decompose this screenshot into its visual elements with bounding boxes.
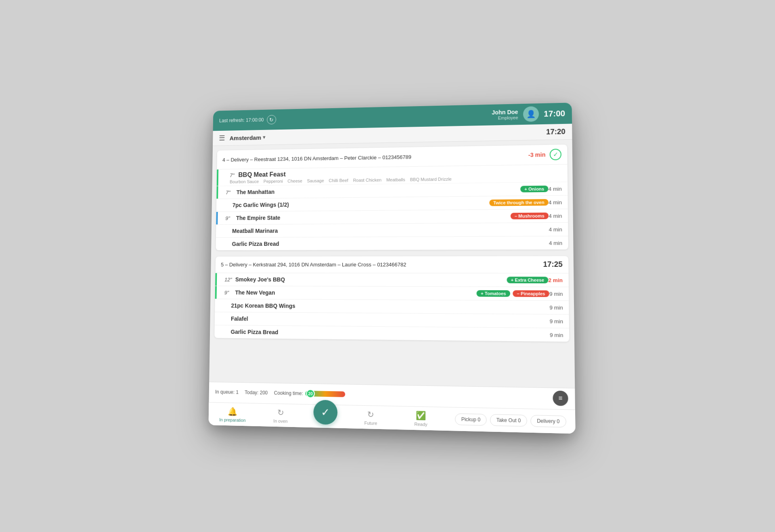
item-time: 4 min (549, 199, 562, 205)
oven-icon: ↻ (277, 407, 284, 417)
delivery-button[interactable]: Delivery 0 (530, 415, 566, 427)
main-content: 4 – Delivery – Reestraat 1234, 1016 DN A… (209, 139, 575, 387)
indicator (216, 186, 218, 199)
hamburger-icon[interactable]: ☰ (219, 134, 225, 142)
item-time: 4 min (549, 212, 562, 218)
order-description-2: 5 – Delivery – Kerkstraat 294, 1016 DN A… (221, 261, 406, 267)
tab-in-oven-label: In oven (273, 418, 287, 423)
tag-add-onions: + Onions (520, 185, 549, 192)
item-name: Garlic Pizza Bread (231, 329, 550, 338)
device-frame: Last refresh: 17:00:00 ↻ John Doe Employ… (209, 103, 576, 434)
order-item-row-garlic-bread: Garlic Pizza Bread 4 min (216, 236, 568, 250)
tab-future[interactable]: ↻ Future (354, 409, 387, 425)
cooking-bar-badge: 20 (306, 389, 315, 398)
item-tags: Twice through the oven (489, 199, 549, 206)
item-tags: + Onions (520, 185, 549, 192)
topping-6: Meatballs (386, 177, 405, 182)
avatar: 👤 (523, 106, 539, 122)
tab-in-preparation[interactable]: 🔔 In preparation (217, 406, 248, 423)
indicator-blue (216, 212, 218, 224)
user-name: John Doe (492, 109, 518, 115)
order-item-korean: 21pc Korean BBQ Wings 9 min (215, 299, 569, 314)
cooking-time-container: Cooking time: 20 (274, 390, 346, 397)
item-name: 21pc Korean BBQ Wings (231, 302, 549, 311)
item-size: 12" (224, 276, 235, 282)
item-name: The Manhattan (237, 186, 517, 195)
order-item-row-meatball: Meatball Marinara 4 min (216, 222, 568, 237)
topping-7: BBQ Mustard Drizzle (410, 176, 452, 182)
order-item-row-empire: 9" The Empire State – Mushrooms 4 min (216, 209, 568, 225)
item-inner: Garlic Pizza Bread 4 min (221, 239, 562, 247)
tab-in-preparation-label: In preparation (219, 417, 246, 422)
tab-ready[interactable]: ✅ Ready (404, 410, 438, 427)
complete-center-button[interactable]: ✓ (313, 400, 337, 425)
tab-future-label: Future (364, 420, 377, 425)
order-item-vegan: 9" The New Vegan + Tomatoes – Pineapples… (215, 286, 569, 301)
order-right-2: 17:25 (543, 260, 562, 269)
takeout-button[interactable]: Take Out 0 (490, 414, 527, 426)
pizza-name: BBQ Meat Feast (238, 171, 285, 178)
item-name: Smokey Joe's BBQ (235, 276, 503, 283)
item-inner: 7pc Garlic Wings (1/2) Twice through the… (222, 199, 562, 208)
complete-order-button-1[interactable]: ✓ (550, 149, 561, 160)
tag-note: Twice through the oven (489, 199, 549, 206)
tab-in-oven[interactable]: ↻ In oven (265, 407, 297, 423)
pizza-main-content: 7" BBQ Meat Feast Bourbon Sauce Pepperon… (222, 167, 561, 184)
top-time: 17:00 (544, 109, 565, 118)
topping-4: Chilli Beef (329, 178, 348, 182)
item-size: 9" (225, 215, 236, 221)
item-name: Garlic Pizza Bread (232, 239, 549, 247)
item-time: 4 min (549, 226, 562, 232)
indicator (215, 273, 217, 285)
tag-tomatoes: + Tomatoes (477, 290, 510, 297)
item-size: 7" (226, 189, 237, 195)
topping-3: Sausage (307, 178, 324, 183)
item-inner: 9" The New Vegan + Tomatoes – Pineapples… (220, 289, 563, 297)
item-inner: Falafel 9 min (220, 315, 563, 325)
location-selector[interactable]: Amsterdam ▾ (230, 134, 265, 141)
user-role: Employee (492, 115, 518, 120)
refresh-section: Last refresh: 17:00:00 ↻ (219, 115, 276, 125)
item-time: 9 min (549, 290, 563, 297)
today-count: Today: 200 (245, 390, 268, 396)
order-item-garlic-bread-2: Garlic Pizza Bread 9 min (214, 325, 569, 341)
item-size: 9" (224, 289, 235, 295)
topping-1: Pepperoni (264, 178, 283, 183)
scheduled-time-2: 17:25 (543, 260, 562, 269)
item-time: 9 min (550, 331, 563, 338)
nav-time: 17:20 (546, 127, 566, 136)
future-icon: ↻ (367, 409, 374, 419)
pickup-button[interactable]: Pickup 0 (455, 413, 487, 426)
chevron-down-icon: ▾ (263, 134, 265, 140)
item-inner: 21pc Korean BBQ Wings 9 min (220, 302, 563, 310)
item-time-warn: 2 min (548, 277, 563, 283)
user-info: John Doe Employee (492, 109, 518, 120)
item-name: Meatball Marinara (232, 226, 549, 234)
cooking-bar: 20 (305, 390, 345, 397)
filter-button[interactable]: ≡ (553, 390, 568, 406)
tag-remove-mushrooms: – Mushrooms (510, 212, 549, 219)
location-name: Amsterdam (230, 134, 261, 141)
item-time: 9 min (549, 304, 563, 310)
item-tags: – Mushrooms (510, 212, 549, 219)
ready-icon: ✅ (416, 410, 426, 420)
order-card-1: 4 – Delivery – Reestraat 1234, 1016 DN A… (216, 145, 568, 250)
tab-ready-label: Ready (414, 421, 427, 426)
order-header-2: 5 – Delivery – Kerkstraat 294, 1016 DN A… (216, 256, 569, 273)
indicator-green (217, 169, 218, 185)
item-time: 9 min (550, 318, 563, 324)
item-time: 4 min (549, 240, 562, 246)
item-inner: 12" Smokey Joe's BBQ + Extra Cheese 2 mi… (221, 276, 563, 283)
last-refresh-label: Last refresh: 17:00:00 (219, 117, 264, 124)
item-name: Falafel (231, 315, 550, 324)
pizza-size: 7" (230, 172, 234, 178)
order-card-2: 5 – Delivery – Kerkstraat 294, 1016 DN A… (214, 256, 569, 341)
cooking-time-label: Cooking time: (274, 390, 303, 396)
item-name: The Empire State (236, 213, 507, 221)
topping-2: Cheese (287, 178, 302, 183)
topping-0: Bourbon Sauce (230, 179, 259, 184)
bottom-stats: In queue: 1 Today: 200 Cooking time: 20 (215, 389, 345, 397)
tag-pineapples: – Pineapples (513, 290, 549, 297)
refresh-button[interactable]: ↻ (267, 115, 276, 124)
topping-5: Roast Chicken (353, 177, 382, 182)
